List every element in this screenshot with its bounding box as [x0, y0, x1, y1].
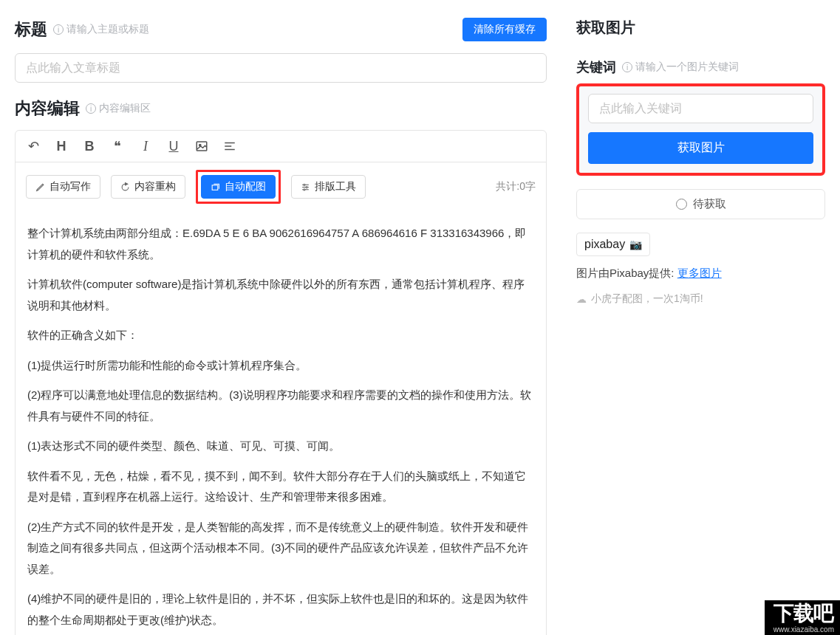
refresh-icon	[120, 182, 130, 192]
side-title: 获取图片	[576, 18, 825, 38]
main-column: 标题 请输入主题或标题 清除所有缓存 内容编辑 内容编辑区 ↶ H B ❝ I …	[0, 0, 561, 635]
side-column: 获取图片 关键词 请输入一个图片关键词 获取图片 待获取 pixabay 📷 图…	[561, 0, 840, 635]
undo-icon[interactable]: ↶	[26, 138, 41, 154]
content-paragraph: (1)表达形式不同的硬件类型、颜色、味道、可见、可摸、可闻。	[27, 436, 534, 457]
title-header-row: 标题 请输入主题或标题 清除所有缓存	[15, 18, 547, 41]
action-toolbar: 自动写作 内容重构 自动配图 排版工具 共计:0字	[16, 162, 546, 211]
heading-icon[interactable]: H	[54, 139, 69, 154]
svg-point-10	[306, 186, 307, 188]
content-paragraph: (1)提供运行时所需功能和性能的命令或计算机程序集合。	[27, 355, 534, 377]
keyword-label-row: 关键词 请输入一个图片关键词	[576, 58, 825, 76]
more-images-link[interactable]: 更多图片	[677, 267, 722, 279]
content-label: 内容编辑	[15, 97, 80, 120]
quote-icon[interactable]: ❝	[110, 138, 125, 154]
underline-icon[interactable]: U	[166, 139, 181, 154]
svg-point-11	[304, 188, 305, 190]
title-section-heading: 标题 请输入主题或标题	[15, 18, 149, 41]
content-paragraph: (2)生产方式不同的软件是开发，是人类智能的高发挥，而不是传统意义上的硬件制造。…	[27, 517, 534, 580]
pencil-icon	[35, 182, 45, 192]
watermark-text: 下载吧	[774, 603, 834, 624]
layers-icon	[211, 182, 220, 192]
restructure-button[interactable]: 内容重构	[111, 175, 185, 199]
svg-point-9	[304, 184, 305, 185]
layout-tool-button[interactable]: 排版工具	[291, 175, 366, 199]
content-paragraph: 软件看不见，无色，枯燥，看不见，摸不到，闻不到。软件大部分存在于人们的头脑或纸上…	[27, 466, 534, 508]
image-icon[interactable]	[194, 140, 209, 153]
clear-cache-button[interactable]: 清除所有缓存	[462, 18, 547, 41]
content-paragraph: (2)程序可以满意地处理信息的数据结构。(3)说明程序功能要求和程序需要的文档的…	[27, 385, 534, 427]
content-paragraph: (4)维护不同的硬件是旧的，理论上软件是旧的，并不坏，但实际上软件也是旧的和坏的…	[27, 588, 534, 631]
keyword-hint: 请输入一个图片关键词	[622, 61, 739, 74]
keyword-panel-highlight: 获取图片	[576, 83, 825, 176]
content-section-heading: 内容编辑 内容编辑区	[15, 97, 547, 120]
italic-icon[interactable]: I	[138, 139, 153, 154]
get-image-button[interactable]: 获取图片	[588, 132, 813, 164]
sliders-icon	[301, 182, 310, 192]
credit-line: 图片由Pixabay提供: 更多图片	[576, 267, 825, 281]
editor-frame: ↶ H B ❝ I U 自动写作 内容重构 自动配图	[15, 130, 547, 635]
watermark-url: www.xiazaiba.com	[774, 625, 834, 634]
editor-content[interactable]: 整个计算机系统由两部分组成：E.69DA 5 E 6 BA 9062616964…	[16, 211, 546, 635]
auto-image-button[interactable]: 自动配图	[201, 175, 276, 199]
title-hint: 请输入主题或标题	[53, 23, 149, 36]
svg-rect-5	[212, 185, 218, 189]
pending-status: 待获取	[576, 189, 825, 219]
keyword-label: 关键词	[576, 58, 616, 76]
bold-icon[interactable]: B	[82, 139, 97, 154]
auto-image-highlight: 自动配图	[196, 170, 281, 204]
content-paragraph: 计算机软件(computer software)是指计算机系统中除硬件以外的所有…	[27, 274, 534, 316]
auto-write-button[interactable]: 自动写作	[26, 175, 100, 199]
footer-note: 小虎子配图，一次1淘币!	[576, 292, 825, 306]
content-paragraph: 整个计算机系统由两部分组成：E.69DA 5 E 6 BA 9062616964…	[27, 223, 534, 265]
title-label: 标题	[15, 18, 47, 41]
format-toolbar: ↶ H B ❝ I U	[16, 131, 546, 162]
content-hint: 内容编辑区	[86, 102, 151, 115]
content-paragraph: 软件的正确含义如下：	[27, 325, 534, 346]
pixabay-logo: pixabay 📷	[576, 233, 650, 256]
word-count: 共计:0字	[496, 180, 536, 193]
align-left-icon[interactable]	[222, 140, 237, 153]
article-title-input[interactable]	[15, 53, 547, 83]
watermark: 下载吧 www.xiazaiba.com	[765, 600, 840, 635]
camera-icon: 📷	[629, 238, 642, 250]
keyword-input[interactable]	[588, 94, 813, 123]
